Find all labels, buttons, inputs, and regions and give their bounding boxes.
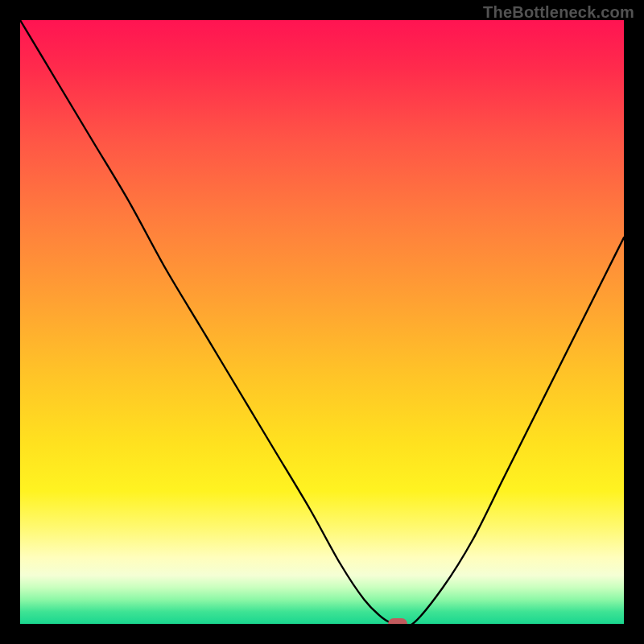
chart-frame: TheBottleneck.com bbox=[0, 0, 644, 644]
optimal-point-marker bbox=[388, 618, 407, 624]
watermark-text: TheBottleneck.com bbox=[483, 3, 634, 22]
bottleneck-curve bbox=[20, 20, 624, 624]
plot-area bbox=[20, 20, 624, 624]
